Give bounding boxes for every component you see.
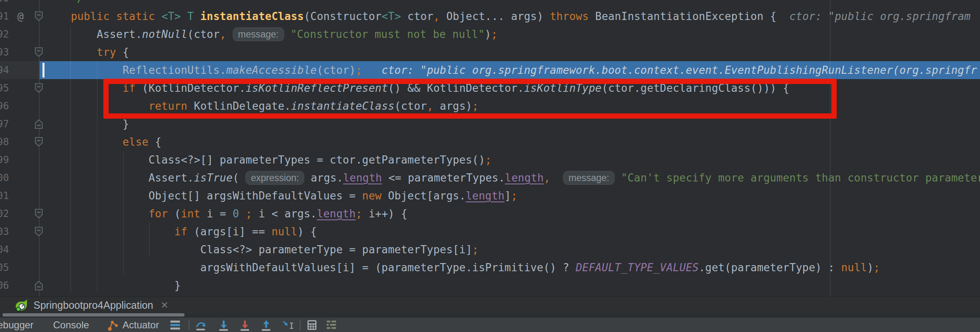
- code-line-205[interactable]: argsWithDefaultValues[i] = (parameterTyp…: [0, 259, 980, 277]
- line-number-201[interactable]: 201: [0, 187, 9, 205]
- code-line-194[interactable]: ReflectionUtils.makeAccessible(ctor); ct…: [0, 61, 980, 79]
- fold-marker-down-icon[interactable]: [34, 137, 43, 149]
- step-out-icon[interactable]: [261, 319, 272, 332]
- actuator-tab[interactable]: Actuator: [122, 318, 159, 332]
- code-line-198[interactable]: else {: [0, 133, 980, 151]
- ide-window: */ public static <T> T instantiateClass(…: [0, 0, 980, 332]
- line-number-206[interactable]: 206: [0, 277, 9, 294]
- fold-marker-up-icon[interactable]: [34, 280, 43, 292]
- line-number-202[interactable]: 202: [0, 205, 9, 223]
- close-icon[interactable]: ✕: [160, 300, 168, 311]
- run-to-cursor-icon[interactable]: [282, 319, 294, 332]
- tab-label: Springbootpro4Application: [33, 299, 153, 311]
- toolbar-separator: [300, 320, 301, 330]
- line-number-203[interactable]: 203: [0, 223, 9, 241]
- code-line-206[interactable]: }: [0, 277, 980, 294]
- code-line-199[interactable]: Class<?>[] parameterTypes = ctor.getPara…: [0, 151, 980, 169]
- code-line-190[interactable]: */: [0, 0, 980, 7]
- line-number-204[interactable]: 204: [0, 241, 9, 259]
- fold-marker-down-icon[interactable]: [34, 226, 43, 239]
- annotation-gutter-icon[interactable]: @: [14, 7, 27, 25]
- code-line-202[interactable]: for (int i = 0 ; i < args.length; i++) {: [0, 205, 980, 223]
- debugger-tab[interactable]: ebugger: [0, 318, 33, 332]
- debugger-toolbar: ebuggerConsoleActuator: [0, 317, 980, 332]
- red-annotation-rectangle: [103, 79, 837, 119]
- inline-debugger-value: ctor: "public org.springfram: [777, 10, 971, 22]
- fold-marker-down-icon[interactable]: [34, 83, 43, 95]
- spring-boot-icon: [14, 297, 29, 314]
- horizontal-scrollbar-thumb[interactable]: [2, 313, 185, 317]
- text-caret: [42, 63, 45, 77]
- code-line-203[interactable]: if (args[i] == null) {: [0, 223, 980, 241]
- line-number-192[interactable]: 192: [0, 25, 9, 43]
- code-editor[interactable]: */ public static <T> T instantiateClass(…: [0, 0, 980, 297]
- line-number-193[interactable]: 193: [0, 43, 9, 61]
- code-line-204[interactable]: Class<?> parameterType = parameterTypes[…: [0, 241, 980, 259]
- code-line-201[interactable]: Object[] argsWithDefaultValues = new Obj…: [0, 187, 980, 205]
- console-tab[interactable]: Console: [53, 318, 89, 332]
- tab-springbootpro4application[interactable]: Springbootpro4Application ✕: [10, 297, 173, 314]
- line-number-195[interactable]: 195: [0, 79, 9, 97]
- step-over-icon[interactable]: [195, 319, 207, 332]
- line-number-200[interactable]: 200: [0, 169, 9, 187]
- fold-marker-down-icon[interactable]: [34, 208, 43, 221]
- line-number-197[interactable]: 197: [0, 115, 9, 133]
- code-line-192[interactable]: Assert.notNull(ctor, message: "Construct…: [0, 25, 980, 43]
- inline-debugger-value: ctor: "public org.springframework.boot.c…: [362, 64, 977, 76]
- code-line-193[interactable]: try {: [0, 43, 980, 61]
- line-number-190[interactable]: 190: [0, 0, 9, 7]
- fold-marker-down-icon[interactable]: [34, 47, 43, 59]
- line-number-205[interactable]: 205: [0, 259, 9, 277]
- parameter-hint-pill: message:: [233, 27, 284, 41]
- fold-marker-up-icon[interactable]: [34, 119, 43, 131]
- evaluate-expression-icon[interactable]: [306, 319, 318, 332]
- line-number-194[interactable]: 194: [0, 61, 9, 79]
- force-step-into-icon[interactable]: [239, 319, 251, 332]
- debug-tool-tabbar: Springbootpro4Application ✕: [0, 297, 980, 314]
- line-number-198[interactable]: 198: [0, 133, 9, 151]
- line-number-196[interactable]: 196: [0, 97, 9, 115]
- line-number-191[interactable]: 191: [0, 7, 9, 25]
- hamburger-icon[interactable]: [170, 319, 180, 332]
- code-line-200[interactable]: Assert.isTrue( expression: args.length <…: [0, 169, 980, 187]
- parameter-hint-pill: message:: [563, 171, 615, 185]
- step-into-icon[interactable]: [218, 319, 229, 332]
- toolbar-separator: [189, 320, 189, 330]
- code-line-191[interactable]: public static <T> T instantiateClass(Con…: [0, 7, 980, 25]
- fold-marker-down-icon[interactable]: [34, 11, 43, 23]
- actuator-icon[interactable]: [107, 319, 118, 332]
- line-number-199[interactable]: 199: [0, 151, 9, 169]
- parameter-hint-pill: expression:: [245, 171, 304, 185]
- settings-sliders-icon[interactable]: [326, 319, 337, 332]
